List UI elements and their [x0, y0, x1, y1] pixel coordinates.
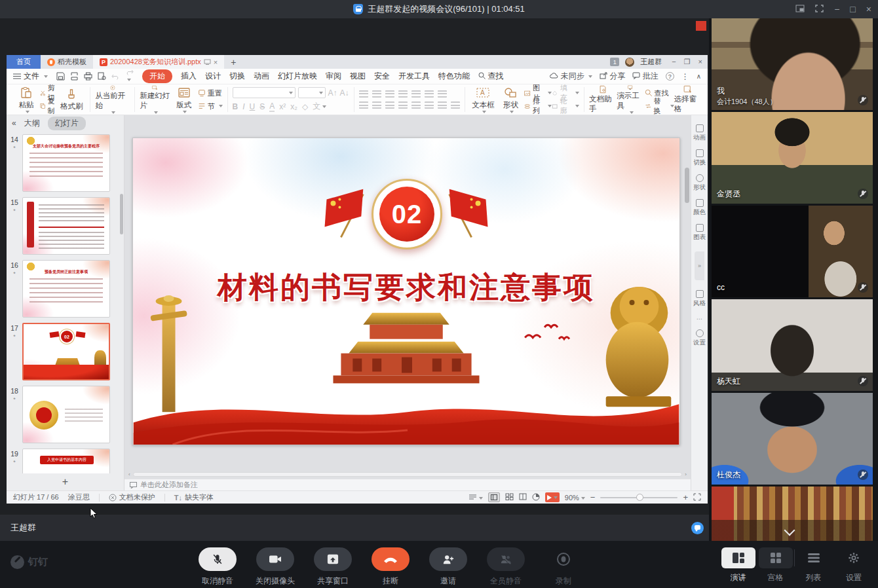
help-icon[interactable]: ? — [666, 72, 674, 81]
close-button[interactable]: × — [866, 5, 871, 14]
panel-scrollbar[interactable] — [120, 194, 123, 234]
wps-close-button[interactable]: × — [698, 58, 702, 66]
list-view-button[interactable]: 列表 — [795, 547, 832, 583]
grid-view-button[interactable]: 宫格 — [757, 547, 794, 583]
zoom-out-button[interactable]: − — [590, 492, 596, 502]
font-family-select[interactable] — [233, 87, 296, 98]
slide-sorter-view-button[interactable] — [505, 493, 514, 502]
thumbnail-row-14[interactable]: 14* 支部大会讨论接收预备党员的主要程序 — [7, 134, 124, 192]
outline-tab[interactable]: 大纲 — [24, 118, 40, 129]
menu-security[interactable]: 安全 — [374, 71, 390, 82]
tool-animation[interactable]: 动画 — [693, 124, 706, 142]
print-preview-icon[interactable] — [98, 72, 106, 81]
scroll-down-chevron-icon[interactable] — [786, 525, 795, 534]
fit-slide-icon[interactable] — [693, 493, 701, 502]
tab-docer[interactable]: 稻壳模板 — [41, 55, 93, 69]
video-tile[interactable] — [712, 487, 873, 541]
thumbnail-row-19[interactable]: 19* 入党申请书的基本内容 — [7, 449, 124, 473]
layout-button[interactable]: 版式 — [170, 85, 198, 114]
tab-document[interactable]: P 20200428党务知识培训.pptx × — [93, 55, 224, 69]
collapse-panel-icon[interactable]: « — [12, 119, 16, 128]
missing-font-status[interactable]: T↓ 缺失字体 — [174, 492, 214, 502]
current-slide[interactable]: 02 材料的书写要求和注意事项 — [132, 138, 680, 445]
reading-view-button[interactable] — [519, 493, 527, 502]
doc-assistant-button[interactable]: 文档助手 — [589, 85, 617, 114]
new-slide-button[interactable]: 新建幻灯片 — [140, 85, 170, 114]
canvas-horizontal-scrollbar[interactable]: ‹ › — [124, 470, 691, 479]
menu-features[interactable]: 特色功能 — [438, 71, 470, 82]
section-button[interactable]: 节 — [198, 101, 223, 112]
pip-mode-icon[interactable] — [795, 5, 805, 14]
video-tile-self[interactable]: 我 会计1904（48人） — [712, 18, 873, 110]
paste-button[interactable]: 粘贴 — [12, 85, 40, 114]
hangup-button[interactable]: 挂断 — [362, 547, 419, 587]
menu-insert[interactable]: 插入 — [181, 71, 197, 82]
tab-home[interactable]: 首页 — [7, 55, 41, 69]
wps-restore-button[interactable]: ❐ — [684, 58, 691, 66]
textbox-button[interactable]: A 文本框 — [469, 85, 497, 114]
protection-status[interactable]: 文档未保护 — [109, 492, 155, 502]
font-size-select[interactable] — [298, 87, 326, 98]
print-icon[interactable] — [84, 72, 92, 81]
menu-design[interactable]: 设计 — [205, 71, 221, 82]
more-menu-icon[interactable]: ⋮ — [681, 72, 689, 81]
wps-minimize-button[interactable]: − — [672, 58, 676, 66]
menu-transition[interactable]: 切换 — [229, 71, 245, 82]
replace-button[interactable]: 替换 — [645, 101, 674, 112]
save-icon[interactable] — [56, 72, 65, 81]
menu-start[interactable]: 开始 — [142, 69, 172, 83]
slides-tab[interactable]: 幻灯片 — [48, 117, 86, 130]
play-from-current-button[interactable]: 从当前开始 — [95, 85, 130, 114]
new-tab-button[interactable]: + — [224, 57, 242, 67]
notes-toggle-icon[interactable] — [468, 494, 483, 502]
more-tools-icon[interactable]: ⋯ — [697, 315, 703, 322]
menu-animation[interactable]: 动画 — [254, 71, 269, 82]
export-icon[interactable] — [70, 72, 79, 81]
share-button[interactable]: 分享 — [600, 71, 625, 82]
reset-button[interactable]: 重置 — [198, 88, 223, 99]
notes-bar[interactable]: 单击此处添加备注 — [124, 479, 691, 490]
tool-shape[interactable]: 形状 — [693, 174, 706, 192]
video-tile[interactable]: 杨天虹 — [712, 299, 873, 391]
menu-review[interactable]: 审阅 — [326, 71, 341, 82]
normal-view-button[interactable] — [488, 492, 500, 502]
tool-style[interactable]: 风格 — [693, 290, 706, 308]
copy-button[interactable]: 复制 — [40, 101, 58, 112]
tab-close-icon[interactable]: × — [214, 58, 218, 66]
expand-pane-tab[interactable]: » — [695, 251, 704, 280]
tool-chart[interactable]: 图表 — [693, 224, 706, 242]
maximize-button[interactable]: □ — [850, 5, 855, 14]
tool-color[interactable]: 颜色 — [693, 199, 706, 217]
speaker-view-button[interactable]: 演讲 — [719, 547, 757, 583]
video-tile[interactable]: cc — [712, 206, 873, 297]
format-painter-button[interactable]: 格式刷 — [58, 85, 85, 114]
thumbnail-row-16[interactable]: 16* 预备党员转正前注意事项 — [7, 260, 124, 318]
shapes-button[interactable]: 形状 — [497, 85, 524, 114]
chat-bubble-button[interactable] — [691, 522, 704, 534]
select-pane-button[interactable]: 选择窗格 — [674, 85, 702, 114]
zoom-in-button[interactable]: + — [683, 492, 688, 502]
menu-slideshow[interactable]: 幻灯片放映 — [278, 71, 317, 82]
invite-button[interactable]: 邀请 — [419, 547, 477, 587]
menu-devtools[interactable]: 开发工具 — [398, 71, 430, 82]
add-slide-button[interactable]: + — [7, 473, 124, 490]
user-avatar[interactable] — [625, 58, 634, 67]
handout-view-button[interactable] — [532, 493, 540, 502]
scroll-right-icon[interactable]: › — [685, 471, 687, 477]
zoom-slider-knob[interactable] — [636, 494, 643, 501]
tool-transition[interactable]: 切换 — [693, 149, 706, 167]
minimize-button[interactable]: − — [834, 5, 839, 14]
menu-file[interactable]: 文件 — [13, 71, 48, 82]
menu-view[interactable]: 视图 — [350, 71, 366, 82]
notification-badge[interactable]: 1 — [610, 58, 619, 66]
zoom-slider[interactable] — [600, 497, 678, 498]
sync-status[interactable]: 未同步 — [550, 71, 592, 82]
share-window-button[interactable]: 共享窗口 — [304, 547, 362, 587]
camera-off-button[interactable]: 关闭摄像头 — [246, 547, 304, 587]
thumbnail-row-18[interactable]: 18* — [7, 386, 124, 443]
unmute-button[interactable]: 取消静音 — [189, 547, 246, 587]
menu-find[interactable]: 查找 — [478, 71, 503, 82]
slideshow-play-button[interactable] — [545, 492, 560, 502]
video-tile[interactable]: 杜俊杰 — [712, 393, 873, 485]
video-tile[interactable]: 金贤丞 — [712, 112, 873, 204]
